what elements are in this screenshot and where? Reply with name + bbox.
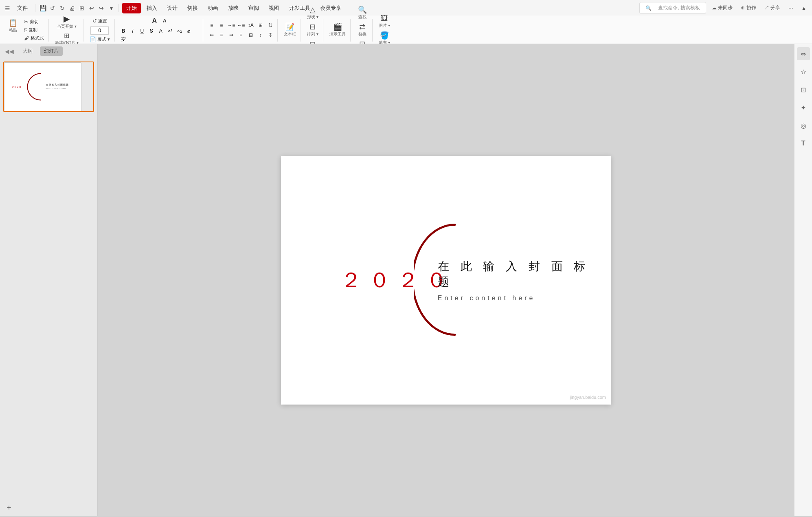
indent-increase-button[interactable]: →≡: [227, 21, 236, 29]
para-spacing-button[interactable]: ↕: [256, 31, 265, 39]
strikethrough-button[interactable]: S: [147, 27, 156, 35]
pres-tools-button[interactable]: 🎬 演示工具: [327, 22, 348, 38]
menu-vip[interactable]: 会员专享: [316, 3, 345, 13]
text-box-button[interactable]: 📝 文本框: [282, 22, 298, 38]
format-icon[interactable]: ⊞: [78, 4, 86, 12]
pres-tools-icon: 🎬: [333, 23, 342, 31]
dropdown-icon[interactable]: ▾: [107, 4, 115, 12]
slide-content: ２０２０ 在 此 输 入 封 面 标 题 Enter content here: [281, 156, 611, 405]
right-tool-circle[interactable]: ◎: [797, 119, 810, 132]
underline-button[interactable]: U: [138, 27, 147, 35]
slide-thumbnail: 2020 在此输入封面标题 Enter content here: [4, 62, 81, 111]
slide-text-block: 在 此 输 入 封 面 标 题 Enter content here: [438, 259, 603, 302]
column-button[interactable]: ⊞: [256, 21, 265, 29]
ribbon-toolbar: 📋 粘贴 ✂ 剪切 ⎘ 复制 🖌 格式式 ▶: [0, 16, 812, 44]
align-center-button[interactable]: ≡: [217, 31, 226, 39]
redo-icon[interactable]: ↻: [58, 4, 66, 12]
menu-design[interactable]: 设计: [163, 3, 182, 13]
font-size-down-button[interactable]: A: [160, 17, 169, 25]
find-button[interactable]: 🔍 查找: [355, 5, 370, 21]
right-panel-expand-button[interactable]: ⇔: [797, 47, 810, 60]
new-slide-icon: ⊞: [64, 33, 69, 39]
right-tool-text[interactable]: T: [797, 137, 810, 150]
font-color-button[interactable]: A: [156, 27, 165, 35]
shape-button[interactable]: △ 形状 ▾: [305, 5, 320, 21]
start-from-current-button[interactable]: ▶ 当页开始 ▾: [55, 13, 79, 31]
format-paint-button[interactable]: 🖌 格式式: [22, 34, 46, 42]
menu-animation[interactable]: 动画: [204, 3, 222, 13]
cut-icon: ✂: [24, 19, 29, 25]
distributed-button[interactable]: ⊟: [246, 31, 255, 39]
format-paint-label: 格式式: [31, 35, 44, 41]
menu-view[interactable]: 视图: [265, 3, 283, 13]
image-button[interactable]: 🖼 图片 ▾: [377, 13, 392, 30]
shadow-button[interactable]: ⌀: [184, 27, 193, 35]
play-icon: ▶: [64, 15, 70, 23]
transform-button[interactable]: 变: [119, 35, 128, 44]
tab-outline[interactable]: 大纲: [19, 46, 37, 56]
menu-transition[interactable]: 切换: [183, 3, 202, 13]
reset-icon: ↺: [92, 18, 97, 24]
superscript-button[interactable]: ×²: [166, 27, 175, 35]
justify-button[interactable]: ≡: [237, 31, 246, 39]
main-canvas-area[interactable]: ２０２０ 在 此 输 入 封 面 标 题 Enter content here …: [98, 44, 794, 516]
redo2-icon[interactable]: ↪: [97, 4, 105, 12]
undo-icon[interactable]: ↺: [48, 4, 57, 12]
menu-slideshow[interactable]: 放映: [224, 3, 243, 13]
hamburger-icon[interactable]: ☰: [3, 4, 11, 12]
paste-button[interactable]: 📋 粘贴: [6, 18, 20, 34]
vertical-align-button[interactable]: ↧: [266, 31, 275, 39]
bold-button[interactable]: B: [119, 27, 128, 35]
save-icon[interactable]: 💾: [39, 4, 47, 12]
align-right-button[interactable]: ⇒: [227, 31, 236, 39]
right-tool-layout[interactable]: ⊡: [797, 83, 810, 96]
share-btn[interactable]: ↗ 分享: [762, 3, 783, 13]
play-label: 当页开始 ▾: [57, 24, 77, 29]
menu-home[interactable]: 开始: [122, 3, 141, 13]
bullet-list-button[interactable]: ≡: [207, 21, 216, 29]
numbered-list-button[interactable]: ≡: [217, 21, 226, 29]
right-tool-star[interactable]: ☆: [797, 65, 810, 78]
menu-review[interactable]: 审阅: [244, 3, 263, 13]
layout-button[interactable]: 📄 版式 ▾: [88, 35, 112, 43]
pres-tools-group: 🎬 演示工具: [325, 19, 351, 42]
replace-label: 替换: [358, 31, 366, 37]
collaborate-btn[interactable]: ⊕ 协作: [738, 3, 758, 13]
image-label: 图片 ▾: [379, 23, 390, 29]
textbox-group: 📝 文本框: [279, 19, 301, 42]
menu-insert[interactable]: 插入: [143, 3, 161, 13]
sync-status[interactable]: ☁ 未同步: [709, 3, 735, 13]
font-size-input[interactable]: [90, 26, 109, 35]
font-size-up-button[interactable]: A: [150, 17, 159, 25]
search-box[interactable]: 🔍 查找命令, 搜索模板: [639, 2, 706, 14]
arrange-button[interactable]: ⊟ 排列 ▾: [305, 22, 320, 38]
undo2-icon[interactable]: ↩: [88, 4, 96, 12]
right-tool-magic[interactable]: ✦: [797, 101, 810, 114]
copy-button[interactable]: ⎘ 复制: [22, 26, 46, 34]
tab-slides[interactable]: 幻灯片: [40, 46, 63, 56]
more-menu-icon[interactable]: ⋯: [786, 4, 796, 12]
indent-decrease-button[interactable]: ←≡: [237, 21, 246, 29]
replace-button[interactable]: ⇄ 替换: [355, 22, 370, 38]
menu-file[interactable]: 文件: [13, 3, 32, 13]
subscript-button[interactable]: ×₂: [175, 27, 184, 35]
panel-collapse-button[interactable]: ◀◀: [3, 47, 15, 55]
slide-item[interactable]: 1 2020 在此输入封面标题 Enter content here: [3, 62, 94, 112]
add-slide-row: ＋: [0, 498, 97, 516]
menu-bar-left: ☰ 文件 💾 ↺ ↻ 🖨 ⊞ ↩ ↪ ▾ 开始 插入 设计 切换 动画 放映 审…: [3, 3, 345, 13]
cut-button[interactable]: ✂ 剪切: [22, 18, 46, 26]
align-left-button[interactable]: ⇐: [207, 31, 216, 39]
paste-label: 粘贴: [9, 27, 17, 33]
pres-tools-label: 演示工具: [329, 31, 346, 37]
find-icon: 🔍: [358, 6, 367, 13]
menu-divider-1: [35, 4, 35, 12]
print-icon[interactable]: 🖨: [68, 4, 76, 12]
line-spacing-button[interactable]: ↕A: [246, 21, 255, 29]
find-group: 🔍 查找 ⇄ 替换 ⊡ 选择 ▾: [352, 19, 373, 42]
text-direction-button[interactable]: ⇅: [266, 21, 275, 29]
reset-button[interactable]: ↺ 重置: [90, 17, 109, 25]
add-slide-button[interactable]: ＋: [3, 502, 15, 513]
minimize-icon[interactable]: ▲: [799, 4, 809, 12]
italic-button[interactable]: I: [128, 27, 137, 35]
find-label: 查找: [358, 14, 366, 20]
